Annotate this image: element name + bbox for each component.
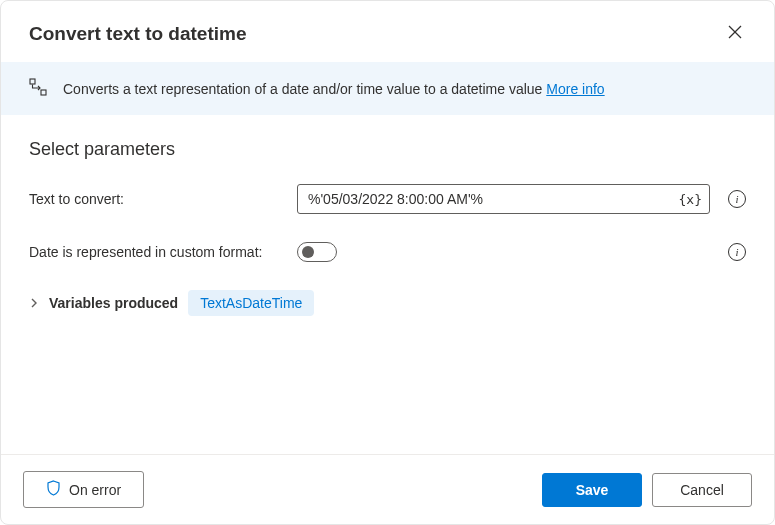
conversion-icon (29, 78, 47, 99)
svg-rect-3 (41, 90, 46, 95)
close-icon (728, 25, 742, 42)
dialog-content: Select parameters Text to convert: {x} i… (1, 115, 774, 454)
more-info-link[interactable]: More info (546, 81, 604, 97)
on-error-label: On error (69, 482, 121, 498)
cancel-button[interactable]: Cancel (652, 473, 752, 507)
info-icon[interactable]: i (728, 243, 746, 261)
dialog-footer: On error Save Cancel (1, 454, 774, 524)
svg-rect-2 (30, 79, 35, 84)
variable-chip[interactable]: TextAsDateTime (188, 290, 314, 316)
info-banner: Converts a text representation of a date… (1, 62, 774, 115)
banner-text-wrap: Converts a text representation of a date… (63, 81, 605, 97)
banner-text: Converts a text representation of a date… (63, 81, 546, 97)
text-to-convert-input[interactable] (297, 184, 710, 214)
variables-produced-row: Variables produced TextAsDateTime (29, 290, 746, 316)
custom-format-toggle[interactable] (297, 242, 337, 262)
custom-format-row: Date is represented in custom format: i (29, 242, 746, 262)
custom-format-label: Date is represented in custom format: (29, 244, 285, 260)
footer-right: Save Cancel (542, 473, 752, 507)
text-to-convert-label: Text to convert: (29, 191, 285, 207)
info-icon[interactable]: i (728, 190, 746, 208)
on-error-button[interactable]: On error (23, 471, 144, 508)
shield-icon (46, 480, 61, 499)
custom-format-control-wrap (297, 242, 710, 262)
save-button[interactable]: Save (542, 473, 642, 507)
text-to-convert-row: Text to convert: {x} i (29, 184, 746, 214)
variables-produced-label: Variables produced (49, 295, 178, 311)
text-to-convert-input-wrap: {x} (297, 184, 710, 214)
dialog-title: Convert text to datetime (29, 23, 246, 45)
section-title: Select parameters (29, 139, 746, 160)
variable-picker-icon[interactable]: {x} (679, 192, 702, 207)
close-button[interactable] (724, 21, 746, 46)
convert-text-datetime-dialog: Convert text to datetime Converts a text… (0, 0, 775, 525)
dialog-header: Convert text to datetime (1, 1, 774, 62)
toggle-knob (302, 246, 314, 258)
chevron-right-icon[interactable] (29, 297, 39, 309)
